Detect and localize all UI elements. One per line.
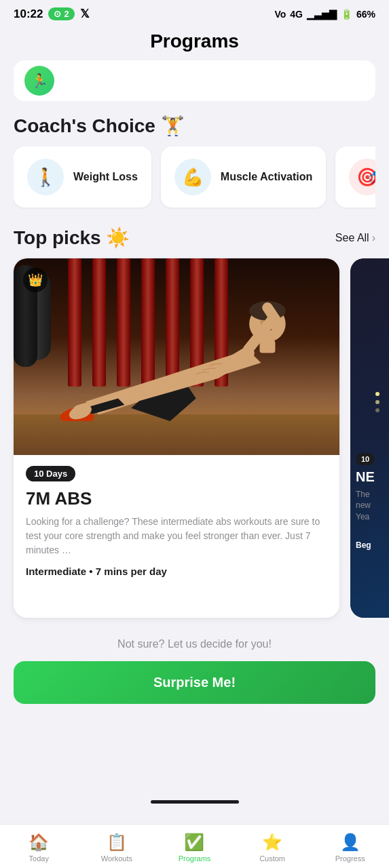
home-icon: 🏠 (29, 833, 49, 852)
muscle-activation-icon: 💪 (174, 159, 211, 195)
coach-card-muscle-activation[interactable]: 💪 Muscle Activation (161, 146, 326, 208)
twitter-icon: 𝕏 (80, 7, 90, 21)
program-card-image-abs: 👑 (14, 258, 339, 455)
clipboard-icon: 📋 (107, 833, 127, 852)
time: 10:22 (14, 7, 43, 21)
lte-icon: 4G (290, 9, 303, 20)
status-right: Vo 4G ▁▃▅▇ 🔋 66% (274, 9, 375, 20)
home-indicator (151, 800, 239, 804)
muscle-activation-label: Muscle Activation (221, 170, 312, 184)
top-picks-header: Top picks ☀️ See All › (0, 221, 389, 258)
crown-icon: 👑 (28, 273, 43, 288)
program-card-partial[interactable]: 👑 10 NE ThenewYea Beg (350, 258, 389, 618)
see-all-button[interactable]: See All › (335, 232, 375, 244)
coach-card-third[interactable]: 🎯 Third Option (335, 146, 375, 208)
page-title: Programs (0, 25, 389, 60)
program-name: 7M ABS (26, 488, 327, 509)
weight-loss-label: Weight Loss (73, 170, 138, 184)
program-cards-row: 👑 10 Days 7M ABS Looking for a challenge… (0, 258, 389, 618)
coachs-choice-section: Coach's Choice 🏋️ 🚶 Weight Loss 💪 Muscle… (0, 115, 389, 221)
status-bar: 10:22 ⊙ 2 𝕏 Vo 4G ▁▃▅▇ 🔋 66% (0, 0, 389, 25)
nav-label-programs: Programs (179, 854, 211, 863)
nav-label-custom: Custom (259, 854, 285, 863)
coach-card-weight-loss[interactable]: 🚶 Weight Loss (14, 146, 151, 208)
battery-icon: 🔋 (341, 9, 352, 20)
crown-badge: 👑 (23, 268, 48, 292)
third-option-icon: 🎯 (349, 159, 375, 195)
bars-icon: ▁▃▅▇ (307, 9, 337, 20)
nav-label-workouts: Workouts (101, 854, 132, 863)
not-sure-section: Not sure? Let us decide for you! Surpris… (0, 618, 389, 715)
program-meta: Intermediate • 7 mins per day (26, 566, 327, 577)
weight-loss-icon: 🚶 (27, 159, 64, 195)
bottom-nav: 🏠 Today 📋 Workouts ✅ Programs ⭐ Custom 👤… (0, 824, 389, 868)
nav-item-programs[interactable]: ✅ Programs (167, 833, 221, 863)
days-badge: 10 Days (26, 466, 75, 481)
nav-item-custom[interactable]: ⭐ Custom (245, 833, 299, 863)
surprise-me-button[interactable]: Surprise Me! (14, 661, 375, 704)
battery-percent: 66% (356, 9, 375, 20)
not-sure-text: Not sure? Let us decide for you! (14, 638, 375, 650)
signal-icon: Vo (274, 9, 286, 20)
wifi-count: 2 (64, 9, 69, 19)
nav-item-today[interactable]: 🏠 Today (12, 833, 66, 863)
top-card-circle-icon: 🏃 (24, 66, 54, 96)
nav-label-progress: Progress (335, 854, 365, 863)
star-icon: ⭐ (262, 833, 282, 852)
see-all-label: See All (335, 232, 369, 244)
status-left: 10:22 ⊙ 2 𝕏 (14, 7, 90, 21)
coach-cards-row: 🚶 Weight Loss 💪 Muscle Activation 🎯 Thir… (14, 146, 375, 210)
person-icon: 👤 (340, 833, 360, 852)
chevron-right-icon: › (372, 232, 375, 244)
wifi-badge: ⊙ 2 (48, 7, 74, 20)
programs-icon: ✅ (184, 833, 204, 852)
program-card-info-abs: 10 Days 7M ABS Looking for a challenge? … (14, 455, 339, 591)
program-description: Looking for a challenge? These intermedi… (26, 515, 327, 557)
coachs-choice-title: Coach's Choice 🏋️ (14, 115, 375, 137)
top-card-hint: 🏃 (14, 60, 375, 101)
svg-rect-4 (259, 340, 275, 353)
program-card-7m-abs[interactable]: 👑 10 Days 7M ABS Looking for a challenge… (14, 258, 339, 618)
nav-item-progress[interactable]: 👤 Progress (323, 833, 377, 863)
top-picks-title: Top picks ☀️ (14, 226, 130, 249)
nav-item-workouts[interactable]: 📋 Workouts (90, 833, 144, 863)
nav-label-today: Today (29, 854, 49, 863)
